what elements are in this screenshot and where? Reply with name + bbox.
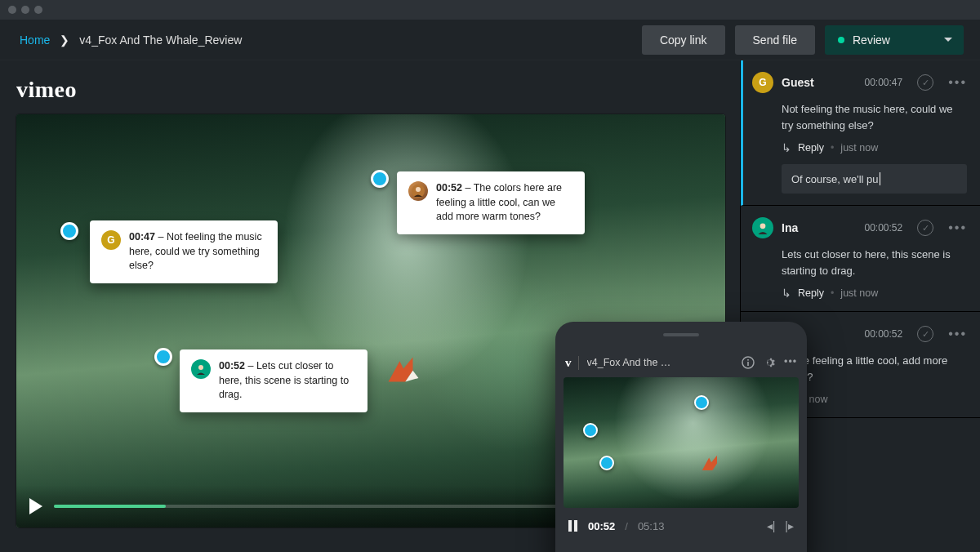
chevron-right-icon: ❯ xyxy=(60,33,69,47)
copy-link-button[interactable]: Copy link xyxy=(642,25,725,55)
more-icon[interactable]: ••• xyxy=(948,220,967,235)
avatar: G xyxy=(752,72,773,93)
resolve-check-icon[interactable]: ✓ xyxy=(917,326,933,342)
traffic-light-close[interactable] xyxy=(8,6,16,14)
comment-relative-time: just now xyxy=(840,287,878,299)
comment-body: Not feeling the music here, could we try… xyxy=(782,101,967,133)
annotation-marker[interactable] xyxy=(371,170,389,188)
svg-point-3 xyxy=(416,187,421,192)
traffic-light-min[interactable] xyxy=(21,6,29,14)
phone-notch xyxy=(555,322,807,348)
fox-illustration xyxy=(700,453,723,476)
chevron-down-icon xyxy=(944,38,952,42)
svg-point-8 xyxy=(760,223,766,229)
comment-relative-time: just now xyxy=(840,142,878,154)
mobile-preview: v v4_Fox And the … ••• 00 xyxy=(555,322,807,552)
more-icon[interactable]: ••• xyxy=(948,327,967,341)
window-chrome xyxy=(0,0,980,20)
avatar: G xyxy=(101,230,121,250)
comment-item[interactable]: Ina 00:00:52 ✓ ••• Lets cut closer to he… xyxy=(741,206,980,312)
main-area: vimeo G 00:47 – Not feeling the music he… xyxy=(0,60,740,552)
svg-point-1 xyxy=(198,365,203,370)
play-button[interactable] xyxy=(29,498,42,514)
pause-button[interactable] xyxy=(568,520,578,532)
annotation-marker[interactable] xyxy=(599,456,614,470)
current-time: 00:52 xyxy=(588,520,615,532)
annotation-timecode: 00:47 xyxy=(129,231,155,243)
reply-input-text: Of course, we'll pu xyxy=(791,173,879,185)
header-actions: Copy link Send file Review xyxy=(642,25,964,55)
phone-video-frame[interactable] xyxy=(564,377,799,508)
comment-author: Guest xyxy=(782,76,856,89)
annotation-marker[interactable] xyxy=(60,222,78,240)
more-icon[interactable]: ••• xyxy=(948,75,967,90)
comment-timecode: 00:00:47 xyxy=(864,77,902,88)
comment-author: Ina xyxy=(782,221,856,234)
annotation-timecode: 00:52 xyxy=(219,360,245,372)
resolve-check-icon[interactable]: ✓ xyxy=(917,220,933,236)
comment-timecode: 00:00:52 xyxy=(864,328,902,340)
reply-button[interactable]: Reply xyxy=(798,287,824,299)
breadcrumb-home[interactable]: Home xyxy=(20,33,50,47)
svg-rect-5 xyxy=(747,362,749,366)
phone-title: v4_Fox And the … xyxy=(587,357,734,368)
phone-player-controls: 00:52 / 05:13 ◂| |▸ xyxy=(555,508,807,532)
comment-body: Lets cut closer to here, this scene is s… xyxy=(782,247,967,278)
send-file-button[interactable]: Send file xyxy=(735,25,815,55)
reply-input[interactable]: Of course, we'll pu xyxy=(782,164,967,194)
breadcrumb-current: v4_Fox And The Whale_Review xyxy=(79,33,242,47)
annotation-tooltip: 00:52 – Lets cut closer to here, this sc… xyxy=(180,349,368,412)
annotation-marker[interactable] xyxy=(583,423,598,438)
review-status-dropdown[interactable]: Review xyxy=(825,25,964,55)
breadcrumb: Home ❯ v4_Fox And The Whale_Review xyxy=(20,33,242,47)
progress-fill xyxy=(54,505,166,508)
more-icon[interactable]: ••• xyxy=(784,356,797,369)
reply-button[interactable]: Reply xyxy=(798,142,824,154)
resolve-check-icon[interactable]: ✓ xyxy=(917,74,933,91)
header-bar: Home ❯ v4_Fox And The Whale_Review Copy … xyxy=(0,20,980,60)
annotation-tooltip: G 00:47 – Not feeling the music here, co… xyxy=(90,220,278,283)
comment-timecode: 00:00:52 xyxy=(864,222,902,234)
annotation-marker[interactable] xyxy=(154,348,172,366)
phone-header: v v4_Fox And the … ••• xyxy=(555,348,807,377)
traffic-light-max[interactable] xyxy=(34,6,42,14)
avatar xyxy=(408,181,428,201)
reply-arrow-icon: ↳ xyxy=(782,141,791,154)
avatar xyxy=(191,359,211,379)
gear-icon[interactable] xyxy=(763,356,776,369)
reply-arrow-icon: ↳ xyxy=(782,287,791,300)
info-icon[interactable] xyxy=(742,356,755,369)
annotation-marker[interactable] xyxy=(694,395,709,410)
svg-rect-6 xyxy=(747,359,749,361)
annotation-timecode: 00:52 xyxy=(436,182,462,194)
comment-item[interactable]: G Guest 00:00:47 ✓ ••• Not feeling the m… xyxy=(741,60,980,206)
step-forward-icon[interactable]: |▸ xyxy=(785,519,794,532)
vimeo-logo-icon: v xyxy=(565,356,579,370)
fox-illustration xyxy=(385,354,422,391)
avatar xyxy=(752,217,773,238)
step-back-icon[interactable]: ◂| xyxy=(767,519,776,532)
review-label: Review xyxy=(853,33,890,47)
duration-time: 05:13 xyxy=(638,520,665,532)
vimeo-logo: vimeo xyxy=(16,77,725,103)
annotation-tooltip: 00:52 – The colors here are feeling a li… xyxy=(397,171,585,234)
status-dot-icon xyxy=(838,37,844,43)
